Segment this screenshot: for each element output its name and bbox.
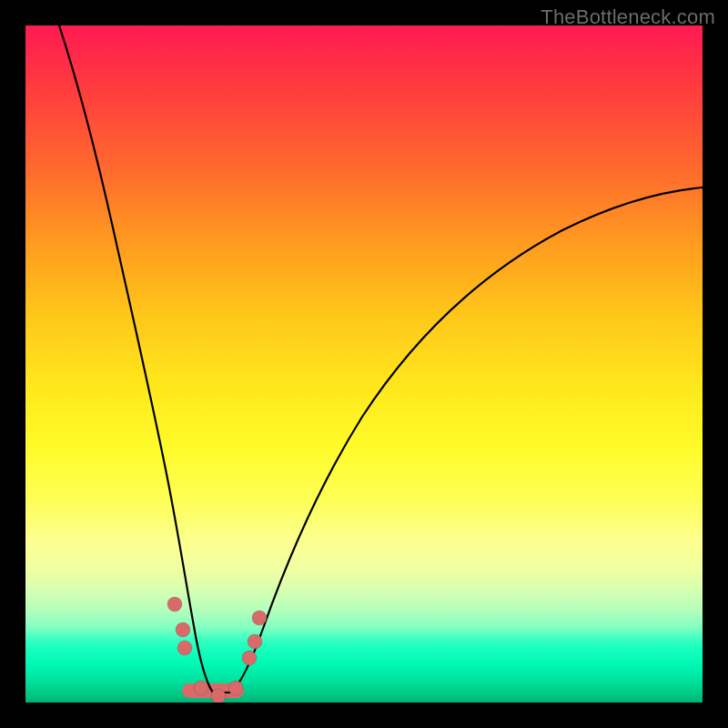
curve-layer (25, 25, 703, 703)
chart-frame: TheBottleneck.com (0, 0, 728, 728)
watermark-text: TheBottleneck.com (541, 5, 715, 29)
bottleneck-curve (59, 25, 703, 693)
plot-area (25, 25, 703, 703)
